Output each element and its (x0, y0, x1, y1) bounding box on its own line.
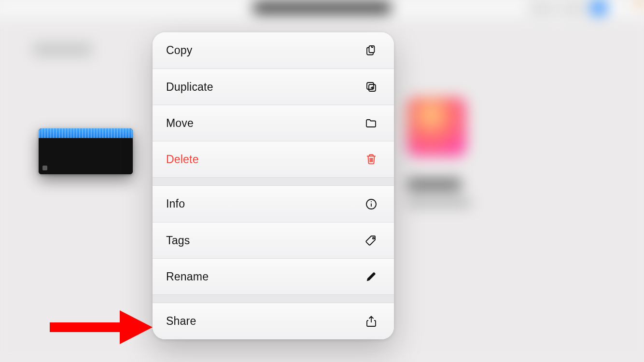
menu-item-label: Copy (166, 44, 193, 57)
menu-item-share[interactable]: Share (153, 303, 394, 339)
menu-item-duplicate[interactable]: Duplicate (153, 69, 394, 105)
menu-item-label: Rename (166, 270, 209, 283)
context-menu: Copy Duplicate Move Delete Info Tags Ren… (153, 32, 394, 339)
menu-item-info[interactable]: Info (153, 186, 394, 222)
folder-icon (365, 117, 378, 129)
trash-icon (365, 153, 378, 166)
menu-item-label: Share (166, 315, 196, 328)
file-sublabel-blur (407, 198, 471, 207)
browser-topbar (0, 0, 644, 19)
tab-cluster (528, 0, 606, 15)
menu-item-label: Move (166, 117, 194, 130)
file-thumb-blur (407, 97, 466, 156)
selected-file-preview[interactable] (39, 128, 133, 174)
menu-item-label: Info (166, 197, 185, 210)
duplicate-icon (365, 81, 378, 93)
waveform-strip (39, 128, 133, 138)
info-icon (365, 198, 378, 210)
menu-item-copy[interactable]: Copy (153, 32, 394, 69)
menu-separator (153, 294, 394, 303)
file-label-blur (407, 179, 461, 190)
menu-item-move[interactable]: Move (153, 105, 394, 141)
menu-item-label: Tags (166, 234, 190, 247)
menu-item-delete[interactable]: Delete (153, 141, 394, 177)
copy-icon (365, 44, 378, 57)
tag-icon (365, 234, 378, 247)
pencil-icon (365, 270, 378, 283)
menu-item-label: Duplicate (166, 81, 213, 94)
menu-item-rename[interactable]: Rename (153, 258, 394, 294)
sidebar-blur (33, 43, 92, 56)
menu-separator (153, 177, 394, 186)
share-icon (365, 315, 378, 328)
preview-corner-handle (42, 166, 47, 170)
menu-item-label: Delete (166, 153, 199, 166)
page-title-blur (253, 2, 391, 13)
menu-item-tags[interactable]: Tags (153, 222, 394, 258)
preview-body (39, 138, 133, 174)
